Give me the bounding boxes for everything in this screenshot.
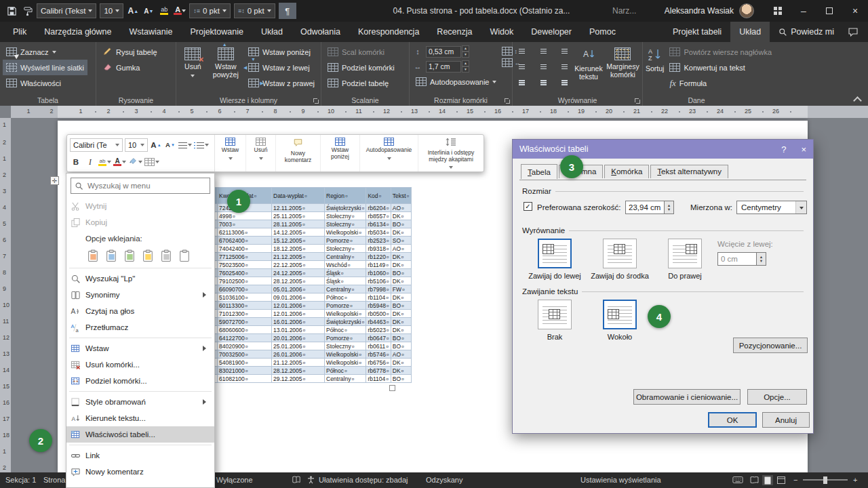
table-cell[interactable]: 77125006¤ [218, 253, 272, 261]
table-cell[interactable]: rb5746¤ [366, 350, 391, 359]
table-cell[interactable]: 09.01.2006¤ [272, 293, 325, 302]
keep-source-formatting-icon[interactable] [85, 248, 100, 263]
table-cell[interactable]: rb0500¤ [366, 310, 391, 318]
table-cell[interactable]: Stołeczny¤ [325, 245, 366, 253]
table-cell[interactable]: 12.11.2005¤ [272, 204, 325, 212]
dialog-help-button[interactable]: ? [781, 144, 786, 155]
delete-table-button[interactable]: Usuń [179, 44, 207, 92]
align-top-left-button[interactable] [515, 46, 533, 59]
table-cell[interactable]: 26.01.2006¤ [272, 350, 325, 359]
table-cell[interactable]: DK¤ [391, 277, 411, 285]
table-cell[interactable]: DK¤ [391, 367, 411, 375]
table-cell[interactable]: 16.01.2006¤ [272, 318, 325, 326]
table-cell[interactable]: DK¤ [391, 212, 411, 220]
align-center-center-button[interactable] [534, 60, 552, 73]
table-cell[interactable]: Centralny¤ [325, 253, 366, 261]
table-cell[interactable]: 83021000¤ [218, 367, 272, 375]
insert-right-button[interactable]: Wstaw z prawej [245, 75, 318, 91]
table-cell[interactable]: 76025400¤ [218, 269, 272, 277]
web-layout-icon[interactable] [776, 475, 787, 485]
select-button[interactable]: Zaznacz [3, 44, 87, 60]
grow-font-button[interactable]: A▲ [127, 5, 139, 17]
mini-highlight-button[interactable]: ab [98, 155, 111, 169]
table-move-handle[interactable]: ✛ [50, 176, 59, 185]
mini-delete-button[interactable]: Usuń [246, 135, 276, 171]
table-cell[interactable]: rb5023¤ [366, 326, 391, 334]
user-name[interactable]: Aleksandra Wasiak [665, 6, 734, 16]
menu-item-search-lp[interactable]: Wyszukaj "Lp" [66, 270, 214, 287]
ribbon-tab-pomoc[interactable]: Pomoc [580, 22, 625, 42]
table-cell[interactable]: 54081900¤ [218, 359, 272, 367]
table-cell[interactable]: Stołeczny¤ [325, 220, 366, 228]
alignment-option[interactable] [603, 239, 637, 268]
align-top-center-button[interactable] [534, 46, 552, 59]
positioning-button[interactable]: Pozycjonowanie... [733, 338, 808, 353]
keyboard-icon[interactable] [732, 475, 743, 486]
menu-item-link[interactable]: Link [66, 447, 214, 464]
table-cell[interactable]: 28.12.2005¤ [272, 277, 325, 285]
table-cell[interactable]: Pomorze¤ [325, 302, 366, 310]
table-cell[interactable]: 64122700¤ [218, 334, 272, 342]
table-cell[interactable]: BO¤ [391, 334, 411, 342]
menu-item-new-comment[interactable]: Nowy komentarz [66, 464, 214, 480]
mini-italic-button[interactable]: I [84, 155, 96, 169]
table-cell[interactable]: 68060600¤ [218, 326, 272, 334]
status-recovered[interactable]: Odzyskany [426, 476, 462, 484]
table-cell[interactable]: DK¤ [391, 326, 411, 334]
column-width-spinner[interactable]: 1,7 cm▲▼ [426, 60, 469, 73]
shrink-font-button[interactable]: A▼ [142, 5, 155, 17]
table-cell[interactable]: rb1060¤ [366, 269, 391, 277]
table-cell[interactable]: Pomorze¤ [325, 237, 366, 245]
menu-item-text-direction[interactable]: AKierunek tekstu... [66, 410, 214, 426]
sort-button[interactable]: AZSortuj [646, 44, 664, 92]
alignment-option[interactable] [538, 239, 572, 268]
mini-insert-button[interactable]: Wstaw [215, 135, 246, 171]
table-cell[interactable]: 25.11.2005¤ [272, 212, 325, 220]
formula-button[interactable]: fxFormuła [666, 75, 775, 91]
table-cell[interactable]: rb6778¤ [366, 367, 391, 375]
mini-font-color-button[interactable]: A [113, 155, 126, 169]
dialog-tab-tabela[interactable]: Tabela [521, 164, 557, 179]
avatar[interactable] [739, 3, 754, 18]
mini-grow-font-button[interactable]: A▲ [150, 138, 162, 152]
table-header-cell[interactable]: Region¤ [325, 188, 366, 204]
align-top-right-button[interactable] [553, 46, 571, 59]
vertical-ruler[interactable]: 1212345678910111213141516171812 [0, 118, 11, 472]
menu-item-delete-cells[interactable]: Usuń komórki... [66, 357, 214, 373]
table-cell[interactable]: Północ¤ [325, 293, 366, 302]
menu-item-table-properties[interactable]: Właściwości tabeli... [66, 426, 214, 443]
table-cell[interactable]: SO¤ [391, 237, 411, 245]
dialog-tab-komórka[interactable]: Komórka [604, 165, 649, 178]
table-cell[interactable]: Centralny¤ [325, 375, 366, 383]
table-cell[interactable]: Stołeczny¤ [325, 342, 366, 350]
table-cell[interactable]: rb0647¤ [366, 334, 391, 342]
maximize-button[interactable] [816, 0, 842, 22]
table-cell[interactable]: 25.01.2006¤ [272, 342, 325, 350]
table-cell[interactable]: 70032500¤ [218, 350, 272, 359]
comments-icon[interactable] [848, 26, 859, 40]
accessibility-icon[interactable] [307, 475, 315, 485]
table-cell[interactable]: 20.01.2006¤ [272, 334, 325, 342]
table-cell[interactable]: DK¤ [391, 228, 411, 237]
spacing-after-spinner[interactable]: ≡↕0 pkt [234, 3, 275, 18]
table-cell[interactable]: Śląsk¤ [325, 277, 366, 285]
mini-insert-below-button[interactable]: Wstaw poniżej [321, 135, 360, 171]
collapse-ribbon-icon[interactable] [852, 94, 863, 104]
dialog-titlebar[interactable]: Właściwości tabeli ? × [513, 140, 813, 159]
table-cell[interactable]: Wielkopolski¤ [325, 310, 366, 318]
read-mode-icon[interactable] [749, 475, 760, 485]
mini-shrink-font-button[interactable]: A▼ [164, 138, 176, 152]
table-cell[interactable]: 59072700¤ [218, 318, 272, 326]
font-color-icon[interactable]: A [174, 5, 186, 17]
table-cell[interactable]: Stołeczny¤ [325, 212, 366, 220]
dialog-launcher-icon[interactable] [313, 98, 319, 104]
table-cell[interactable]: BO¤ [391, 342, 411, 350]
mini-bullets-button[interactable] [178, 138, 192, 152]
mini-shading-button[interactable] [128, 155, 142, 169]
cancel-button[interactable]: Anuluj [762, 412, 810, 428]
table-cell[interactable]: AO¤ [391, 245, 411, 253]
table-cell[interactable]: 66090700¤ [218, 285, 272, 293]
table-cell[interactable]: rb9318¤ [366, 245, 391, 253]
table-cell[interactable]: rb6134¤ [366, 220, 391, 228]
format-painter-icon[interactable] [21, 5, 33, 17]
